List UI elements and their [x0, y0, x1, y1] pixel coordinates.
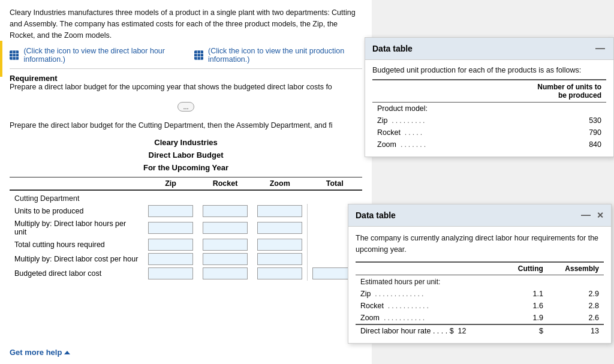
data-table-2-title: Data table [356, 210, 396, 220]
dt2-footer-label: Direct labor hour rate . . . . $ 12 [356, 324, 504, 337]
dlh-zip-input[interactable] [148, 222, 193, 234]
dlh-rocket-cell [198, 218, 252, 237]
tch-zoom-input[interactable] [257, 239, 302, 251]
dt2-description: The company is currently analyzing direc… [356, 233, 604, 255]
units-zip-cell [143, 204, 198, 218]
units-zip-input[interactable] [148, 205, 193, 217]
cutting-dept-row: Cutting Department [10, 190, 362, 204]
get-help-label: Get more help [10, 348, 62, 357]
bdlc-zip-cell [143, 266, 198, 281]
bdlc-zoom-input[interactable] [257, 267, 302, 279]
data-table-1: Data table — Budgeted unit production fo… [365, 37, 614, 157]
minimize-button-1[interactable]: — [594, 43, 606, 55]
labor-hour-link-text: (Click the icon to view the direct labor… [23, 47, 182, 64]
grid-icon-2 [194, 50, 203, 61]
dt1-zoom-value: 840 [477, 139, 606, 151]
dt2-zip-label: Zip ............. [356, 288, 504, 300]
col-label-header [10, 177, 143, 190]
bdlc-zip-input[interactable] [148, 267, 193, 279]
list-item: Rocket ..... 790 [372, 127, 606, 139]
dt2-zip-assembly: 2.9 [548, 288, 604, 300]
close-button-2[interactable]: ✕ [597, 210, 604, 220]
dt2-footer-row: Direct labor hour rate . . . . $ 12 $ 13 [356, 324, 604, 337]
dt2-section-label: Estimated hours per unit: [356, 275, 604, 288]
dt2-rocket-cutting: 1.6 [504, 300, 548, 312]
dt2-rocket-assembly: 2.8 [548, 300, 604, 312]
svg-rect-0 [10, 51, 19, 60]
dlcph-rocket-input[interactable] [203, 253, 248, 265]
dt1-product-label-row: Product model: [372, 103, 606, 115]
data-table-1-header: Data table — [365, 38, 613, 60]
dt2-zoom-assembly: 2.6 [548, 312, 604, 324]
prepare-text: Prepare the direct labor budget for the … [10, 121, 362, 130]
dt2-footer-assembly: 13 [548, 324, 604, 337]
col-rocket-header: Rocket [198, 177, 252, 190]
requirement-text: Prepare a direct labor budget for the up… [10, 83, 362, 91]
budget-table: Zip Rocket Zoom Total Cutting Department… [10, 177, 362, 281]
table-row: Units to be produced [10, 204, 362, 218]
list-item: Zip ............. 1.1 2.9 [356, 288, 604, 300]
dlcph-zoom-input[interactable] [257, 253, 302, 265]
dt1-product-label-val [477, 103, 606, 115]
company-header: Cleary Industries Direct Labor Budget Fo… [10, 137, 362, 174]
tch-zoom-cell [252, 237, 308, 252]
dt2-header-buttons: — ✕ [580, 209, 604, 221]
list-item: Rocket ........... 1.6 2.8 [356, 300, 604, 312]
company-name: Cleary Industries [10, 137, 362, 149]
data-table-1-body: Budgeted unit production for each of the… [365, 60, 613, 157]
unit-production-link[interactable]: (Click the icon to view the unit product… [194, 47, 362, 64]
labor-hour-link[interactable]: (Click the icon to view the direct labor… [10, 47, 182, 64]
main-content: Cleary Industries manufactures three mod… [0, 0, 372, 364]
tch-zip-cell [143, 237, 198, 252]
dt2-section-label-row: Estimated hours per unit: [356, 275, 604, 288]
table-row: Budgeted direct labor cost [10, 266, 362, 281]
dt1-zip-value: 530 [477, 115, 606, 127]
cutting-dept-label: Cutting Department [10, 190, 362, 204]
budgeted-dlc-label: Budgeted direct labor cost [10, 266, 143, 281]
units-rocket-input[interactable] [203, 205, 248, 217]
bdlc-rocket-input[interactable] [203, 267, 248, 279]
minimize-button-2[interactable]: — [580, 209, 592, 221]
tch-zip-input[interactable] [148, 239, 193, 251]
col-zoom-header: Zoom [252, 177, 308, 190]
svg-rect-5 [194, 51, 203, 60]
dt1-col2-header: Number of units tobe produced [477, 80, 606, 103]
dt2-zoom-label: Zoom ........... [356, 312, 504, 324]
requirement-title: Requirement [10, 74, 362, 83]
dt2-zoom-cutting: 1.9 [504, 312, 548, 324]
more-button[interactable]: ... [177, 102, 194, 112]
intro-text: Cleary Industries manufactures three mod… [10, 7, 362, 41]
dt2-inner-table: Cutting Assembly Estimated hours per uni… [356, 261, 604, 337]
dt2-cutting-header: Cutting [504, 262, 548, 275]
dlh-rocket-input[interactable] [203, 222, 248, 234]
col-total-header: Total [308, 177, 363, 190]
dt1-rocket-value: 790 [477, 127, 606, 139]
data-table-2: Data table — ✕ The company is currently … [348, 204, 612, 344]
dlh-zoom-input[interactable] [257, 222, 302, 234]
dt1-zip-label: Zip ......... [372, 115, 477, 127]
dlh-per-unit-label: Multiply by: Direct labor hours per unit [10, 218, 143, 237]
data-table-2-header: Data table — ✕ [348, 204, 611, 227]
dt2-assembly-header: Assembly [548, 262, 604, 275]
dlh-zoom-cell [252, 218, 308, 237]
dlcph-zoom-cell [252, 252, 308, 266]
dt1-product-label: Product model: [372, 103, 477, 115]
dlcph-zip-cell [143, 252, 198, 266]
dlcph-label: Multiply by: Direct labor cost per hour [10, 252, 143, 266]
grid-icon-1 [10, 50, 19, 61]
dt2-zip-cutting: 1.1 [504, 288, 548, 300]
bdlc-zoom-cell [252, 266, 308, 281]
dlcph-rocket-cell [198, 252, 252, 266]
table-row: Total cutting hours required [10, 237, 362, 252]
get-help-section[interactable]: Get more help [10, 348, 70, 357]
tch-rocket-input[interactable] [203, 239, 248, 251]
dlcph-zip-input[interactable] [148, 253, 193, 265]
dt2-rocket-label: Rocket ........... [356, 300, 504, 312]
budget-table-container: Cleary Industries Direct Labor Budget Fo… [10, 137, 362, 280]
units-zoom-cell [252, 204, 308, 218]
budget-subtitle: For the Upcoming Year [10, 162, 362, 175]
unit-production-link-text: (Click the icon to view the unit product… [208, 47, 362, 64]
data-table-2-body: The company is currently analyzing direc… [348, 227, 611, 343]
units-zoom-input[interactable] [257, 205, 302, 217]
dt1-zoom-label: Zoom ....... [372, 139, 477, 151]
